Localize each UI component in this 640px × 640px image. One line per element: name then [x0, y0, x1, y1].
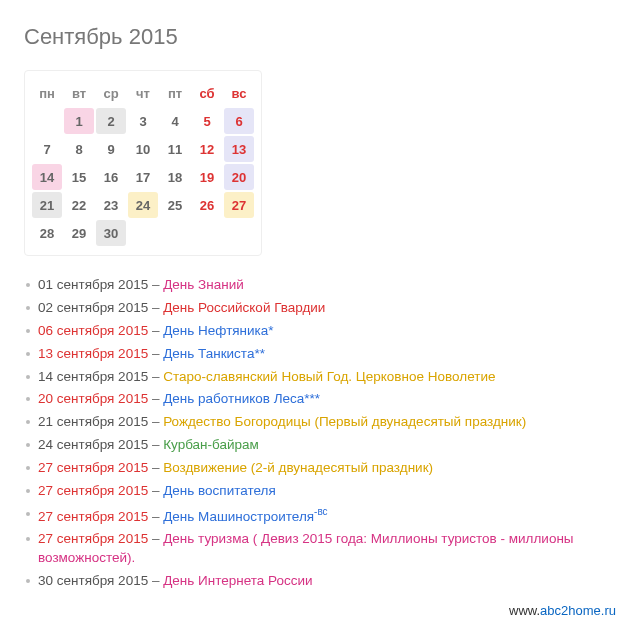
calendar-row: 14151617181920 — [31, 163, 255, 191]
event-date: 30 сентября 2015 — [38, 573, 148, 588]
event-title[interactable]: День Российской Гвардии — [163, 300, 325, 315]
calendar-day[interactable]: 14 — [32, 164, 62, 190]
event-title[interactable]: Рождество Богородицы (Первый двунадесяты… — [163, 414, 526, 429]
event-item: 21 сентября 2015 – Рождество Богородицы … — [24, 411, 616, 434]
event-date: 06 сентября 2015 — [38, 323, 148, 338]
event-date: 01 сентября 2015 — [38, 277, 148, 292]
calendar-day[interactable]: 2 — [96, 108, 126, 134]
calendar-day[interactable]: 18 — [160, 164, 190, 190]
event-item: 27 сентября 2015 – День Машиностроителя-… — [24, 503, 616, 528]
calendar-day — [192, 220, 222, 246]
calendar-day[interactable]: 10 — [128, 136, 158, 162]
event-date: 20 сентября 2015 — [38, 391, 148, 406]
event-title[interactable]: Воздвижение (2-й двунадесятый праздник) — [163, 460, 433, 475]
calendar-day — [224, 220, 254, 246]
calendar-day[interactable]: 15 — [64, 164, 94, 190]
event-date: 27 сентября 2015 — [38, 531, 148, 546]
weekday-header: чт — [128, 80, 158, 106]
weekday-header: вт — [64, 80, 94, 106]
calendar-day[interactable]: 30 — [96, 220, 126, 246]
calendar-day[interactable]: 1 — [64, 108, 94, 134]
footer-prefix: www. — [509, 603, 540, 618]
calendar-day[interactable]: 4 — [160, 108, 190, 134]
calendar-day[interactable]: 8 — [64, 136, 94, 162]
calendar-day — [160, 220, 190, 246]
event-date: 14 сентября 2015 — [38, 369, 148, 384]
calendar-day[interactable]: 27 — [224, 192, 254, 218]
event-item: 27 сентября 2015 – День туризма ( Девиз … — [24, 528, 616, 570]
calendar-day[interactable]: 22 — [64, 192, 94, 218]
event-title[interactable]: День Танкиста** — [163, 346, 265, 361]
calendar-day[interactable]: 3 — [128, 108, 158, 134]
event-title[interactable]: День Нефтяника* — [163, 323, 273, 338]
event-item: 24 сентября 2015 – Курбан-байрам — [24, 434, 616, 457]
event-item: 14 сентября 2015 – Старо-славянский Новы… — [24, 366, 616, 389]
weekday-header: пт — [160, 80, 190, 106]
event-date: 27 сентября 2015 — [38, 460, 148, 475]
calendar-row: 282930 — [31, 219, 255, 247]
event-item: 13 сентября 2015 – День Танкиста** — [24, 343, 616, 366]
event-date: 02 сентября 2015 — [38, 300, 148, 315]
calendar-day[interactable]: 12 — [192, 136, 222, 162]
event-date: 24 сентября 2015 — [38, 437, 148, 452]
event-item: 06 сентября 2015 – День Нефтяника* — [24, 320, 616, 343]
calendar-day[interactable]: 16 — [96, 164, 126, 190]
weekday-header: ср — [96, 80, 126, 106]
weekday-row: пнвтсрчтптсбвс — [31, 79, 255, 107]
event-title[interactable]: День воспитателя — [163, 483, 276, 498]
event-suffix: -вс — [314, 506, 328, 517]
calendar: пнвтсрчтптсбвс 1234567891011121314151617… — [24, 70, 262, 256]
calendar-day[interactable]: 20 — [224, 164, 254, 190]
event-item: 27 сентября 2015 – Воздвижение (2-й двун… — [24, 457, 616, 480]
footer-domain[interactable]: abc2home.ru — [540, 603, 616, 618]
event-title[interactable]: День Интернета России — [163, 573, 312, 588]
calendar-day[interactable]: 13 — [224, 136, 254, 162]
calendar-day[interactable]: 25 — [160, 192, 190, 218]
calendar-row: 21222324252627 — [31, 191, 255, 219]
calendar-day[interactable]: 29 — [64, 220, 94, 246]
calendar-day[interactable]: 9 — [96, 136, 126, 162]
event-title[interactable]: Старо-славянский Новый Год. Церковное Но… — [163, 369, 495, 384]
event-date: 27 сентября 2015 — [38, 483, 148, 498]
source-footer: www.abc2home.ru — [24, 603, 616, 618]
calendar-row: 78910111213 — [31, 135, 255, 163]
calendar-day[interactable]: 11 — [160, 136, 190, 162]
event-date: 13 сентября 2015 — [38, 346, 148, 361]
weekday-header: пн — [32, 80, 62, 106]
event-list: 01 сентября 2015 – День Знаний02 сентябр… — [24, 274, 616, 593]
calendar-day[interactable]: 24 — [128, 192, 158, 218]
calendar-day[interactable]: 28 — [32, 220, 62, 246]
event-date: 21 сентября 2015 — [38, 414, 148, 429]
page-title: Сентябрь 2015 — [24, 24, 616, 50]
event-title[interactable]: Курбан-байрам — [163, 437, 259, 452]
calendar-day[interactable]: 7 — [32, 136, 62, 162]
event-title[interactable]: День Машиностроителя — [163, 508, 314, 523]
calendar-day — [128, 220, 158, 246]
calendar-day[interactable]: 5 — [192, 108, 222, 134]
event-date: 27 сентября 2015 — [38, 508, 148, 523]
weekday-header: вс — [224, 80, 254, 106]
event-title[interactable]: День Знаний — [163, 277, 244, 292]
calendar-day[interactable]: 26 — [192, 192, 222, 218]
event-item: 01 сентября 2015 – День Знаний — [24, 274, 616, 297]
calendar-day[interactable]: 23 — [96, 192, 126, 218]
calendar-day[interactable]: 6 — [224, 108, 254, 134]
event-item: 02 сентября 2015 – День Российской Гвард… — [24, 297, 616, 320]
event-item: 20 сентября 2015 – День работников Леса*… — [24, 388, 616, 411]
event-item: 27 сентября 2015 – День воспитателя — [24, 480, 616, 503]
weekday-header: сб — [192, 80, 222, 106]
calendar-day[interactable]: 21 — [32, 192, 62, 218]
calendar-row: 123456 — [31, 107, 255, 135]
event-item: 30 сентября 2015 – День Интернета России — [24, 570, 616, 593]
calendar-day — [32, 108, 62, 134]
event-title[interactable]: День работников Леса*** — [163, 391, 320, 406]
calendar-day[interactable]: 19 — [192, 164, 222, 190]
calendar-day[interactable]: 17 — [128, 164, 158, 190]
